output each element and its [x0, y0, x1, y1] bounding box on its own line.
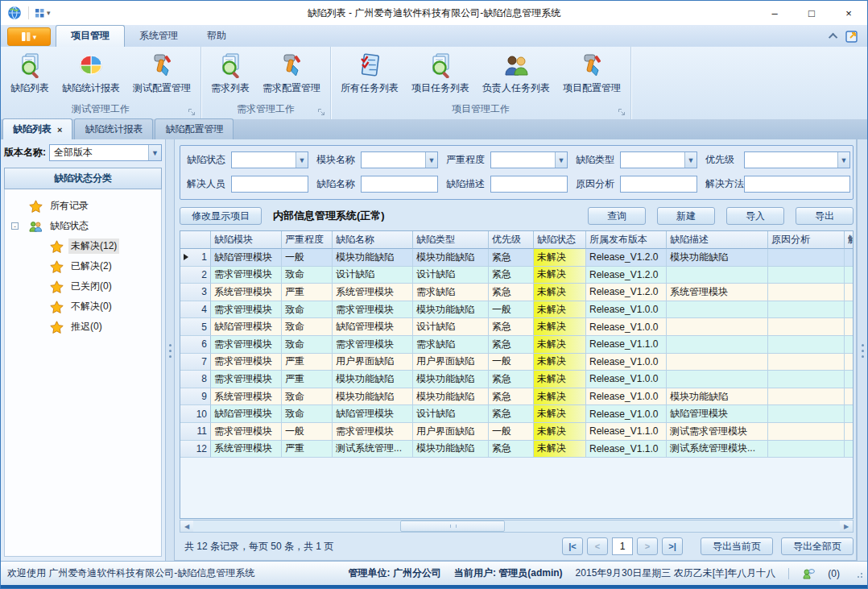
- table-cell[interactable]: 未解决: [534, 441, 586, 458]
- tree-item-4[interactable]: 已解决(2): [5, 256, 161, 276]
- table-cell[interactable]: [768, 336, 845, 354]
- table-cell[interactable]: 需求管理模块: [211, 336, 282, 354]
- table-cell[interactable]: 致命: [282, 336, 333, 354]
- column-header[interactable]: 严重程度: [282, 231, 333, 249]
- scroll-left-icon[interactable]: ◀: [180, 521, 193, 532]
- table-cell[interactable]: 模块功能缺陷: [333, 371, 413, 388]
- close-button[interactable]: ×: [830, 1, 867, 25]
- doc-tab-2[interactable]: 缺陷统计报表: [74, 118, 153, 139]
- table-row[interactable]: 3系统管理模块严重系统管理模块需求缺陷紧急未解决Release_V1.2.0系统…: [180, 284, 853, 301]
- column-header[interactable]: 缺陷描述: [667, 231, 768, 249]
- column-header[interactable]: 缺陷名称: [333, 231, 413, 249]
- filter-dropdown[interactable]: ▼: [231, 151, 308, 168]
- row-header[interactable]: 6: [180, 336, 211, 354]
- row-header[interactable]: 7: [180, 354, 211, 371]
- table-cell[interactable]: 需求管理模块: [211, 371, 282, 388]
- row-header[interactable]: 2: [180, 267, 211, 284]
- table-cell[interactable]: [845, 441, 854, 458]
- table-cell[interactable]: 未解决: [534, 405, 586, 423]
- row-header[interactable]: 1: [180, 249, 211, 267]
- table-row[interactable]: 4需求管理模块致命需求管理模块模块功能缺陷一般未解决Release_V1.0.0: [180, 301, 853, 319]
- table-cell[interactable]: 致命: [282, 405, 333, 423]
- table-cell[interactable]: Release_V1.2.0: [586, 249, 667, 267]
- row-header[interactable]: 10: [180, 405, 211, 423]
- table-cell[interactable]: 需求管理模块: [333, 336, 413, 354]
- table-cell[interactable]: 一般: [489, 354, 534, 371]
- table-cell[interactable]: [667, 371, 768, 388]
- table-row[interactable]: 5缺陷管理模块致命缺陷管理模块设计缺陷紧急未解决Release_V1.0.0: [180, 318, 853, 336]
- filter-dropdown[interactable]: ▼: [490, 151, 568, 168]
- table-cell[interactable]: [768, 318, 845, 336]
- table-cell[interactable]: 致命: [282, 388, 333, 406]
- table-cell[interactable]: 紧急: [489, 388, 534, 406]
- table-cell[interactable]: [845, 371, 854, 388]
- version-select[interactable]: 全部版本 ▼: [49, 144, 162, 161]
- filter-input[interactable]: [231, 176, 308, 193]
- table-cell[interactable]: 严重: [282, 354, 333, 371]
- tree-item-6[interactable]: 不解决(0): [5, 297, 161, 317]
- table-cell[interactable]: 紧急: [489, 405, 534, 423]
- table-cell[interactable]: 紧急: [489, 267, 534, 284]
- chevron-down-icon[interactable]: ▼: [425, 152, 437, 168]
- table-cell[interactable]: 测试系统管理...: [333, 441, 413, 458]
- chevron-down-icon[interactable]: ▼: [296, 152, 308, 168]
- right-splitter[interactable]: [857, 139, 867, 561]
- table-cell[interactable]: 致命: [282, 318, 333, 336]
- table-cell[interactable]: [845, 354, 854, 371]
- table-cell[interactable]: [768, 249, 845, 267]
- table-cell[interactable]: [768, 423, 845, 441]
- table-cell[interactable]: 致命: [282, 301, 333, 319]
- new-button[interactable]: 新建: [657, 207, 715, 225]
- column-header[interactable]: 缺陷模块: [211, 231, 282, 249]
- app-menu-button[interactable]: ▾: [7, 27, 51, 46]
- column-header[interactable]: 所属发布版本: [586, 231, 667, 249]
- ribbon-tab-2[interactable]: 系统管理: [125, 26, 192, 47]
- table-cell[interactable]: Release_V1.0.0: [586, 388, 667, 406]
- ribbon-button[interactable]: 所有任务列表: [334, 48, 405, 97]
- table-cell[interactable]: 需求管理模块: [333, 423, 413, 441]
- table-cell[interactable]: [768, 388, 845, 406]
- column-header[interactable]: 缺陷类型: [413, 231, 489, 249]
- table-cell[interactable]: 未解决: [534, 249, 586, 267]
- table-cell[interactable]: [845, 423, 854, 441]
- table-cell[interactable]: Release_V1.1.0: [586, 336, 667, 354]
- horizontal-scrollbar[interactable]: ◀ ▶: [180, 520, 854, 533]
- table-cell[interactable]: [845, 336, 854, 354]
- table-cell[interactable]: Release_V1.1.0: [586, 441, 667, 458]
- table-cell[interactable]: 紧急: [489, 441, 534, 458]
- table-cell[interactable]: 未解决: [534, 267, 586, 284]
- dialog-launcher-icon[interactable]: [188, 108, 196, 117]
- filter-dropdown[interactable]: ▼: [620, 151, 697, 168]
- table-cell[interactable]: 严重: [282, 284, 333, 301]
- table-cell[interactable]: [667, 336, 768, 354]
- table-cell[interactable]: Release_V1.2.0: [586, 267, 667, 284]
- table-cell[interactable]: 模块功能缺陷: [413, 441, 489, 458]
- table-cell[interactable]: [768, 371, 845, 388]
- left-splitter[interactable]: [166, 139, 174, 561]
- table-cell[interactable]: 缺陷管理模块: [667, 405, 768, 423]
- table-cell[interactable]: 系统管理模块: [211, 284, 282, 301]
- table-cell[interactable]: [845, 405, 854, 423]
- filter-input[interactable]: [490, 176, 568, 193]
- table-cell[interactable]: 未解决: [534, 371, 586, 388]
- table-cell[interactable]: 一般: [282, 249, 333, 267]
- table-cell[interactable]: [845, 301, 854, 319]
- export-current-page-button[interactable]: 导出当前页: [701, 537, 773, 555]
- expander-minus-icon[interactable]: -: [11, 222, 19, 230]
- table-cell[interactable]: [845, 267, 854, 284]
- table-cell[interactable]: 系统管理模块: [333, 284, 413, 301]
- row-header[interactable]: 5: [180, 318, 211, 336]
- filter-input[interactable]: [620, 176, 697, 193]
- column-header[interactable]: 原因分析: [768, 231, 845, 249]
- table-cell[interactable]: 未解决: [534, 388, 586, 406]
- table-cell[interactable]: 缺陷管理模块: [211, 249, 282, 267]
- ribbon-button[interactable]: 项目任务列表: [405, 48, 476, 97]
- table-cell[interactable]: 用户界面缺陷: [413, 354, 489, 371]
- table-cell[interactable]: 紧急: [489, 284, 534, 301]
- query-button[interactable]: 查询: [588, 207, 646, 225]
- ribbon-button[interactable]: 测试配置管理: [126, 48, 197, 97]
- table-cell[interactable]: 系统管理模块: [211, 441, 282, 458]
- table-cell[interactable]: 需求管理模块: [211, 423, 282, 441]
- table-cell[interactable]: Release_V1.1.0: [586, 423, 667, 441]
- table-row[interactable]: 7需求管理模块严重用户界面缺陷用户界面缺陷一般未解决Release_V1.0.0: [180, 354, 853, 371]
